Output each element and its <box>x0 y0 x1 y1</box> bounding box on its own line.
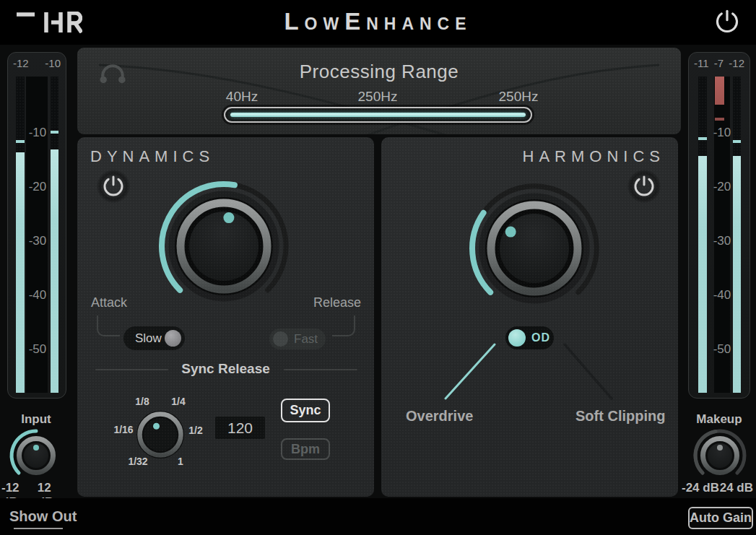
input-meter-bar-right <box>51 77 58 393</box>
output-meter-bar-right <box>733 77 741 393</box>
makeup-knob-range: -24 dB 24 dB <box>682 481 753 495</box>
show-out-link[interactable]: Show Out <box>9 508 77 525</box>
knob-indicator-dot <box>153 423 160 430</box>
meter-peak-tick <box>733 140 741 143</box>
knob-indicator-dot <box>717 445 723 451</box>
peak-readout: -10 <box>45 57 61 69</box>
master-power-button[interactable] <box>714 9 740 35</box>
release-bracket <box>332 316 355 336</box>
scale-label: -40 <box>713 288 731 303</box>
meter-fill <box>51 149 58 393</box>
peak-readout: -12 <box>13 57 29 69</box>
input-meter-scale: -10-20-30-40-50 <box>24 126 51 357</box>
scale-label: -50 <box>713 342 731 357</box>
toggle-thumb <box>273 331 288 347</box>
dynamics-title: DYNAMICS <box>90 147 214 166</box>
gain-reduction-peak-tick <box>715 118 724 121</box>
scale-label: -30 <box>29 234 47 248</box>
range-min-label: -24 dB <box>682 481 719 495</box>
plugin-window: LowEnhance -12-10 -10-20-30-40-50 Input … <box>0 0 756 535</box>
harmonics-power-button[interactable] <box>627 170 661 203</box>
attack-speed-toggle[interactable]: Slow <box>123 326 185 350</box>
meter-peak-tick <box>51 131 58 134</box>
divider-line <box>95 369 168 370</box>
footer-bar: Show Out Auto Gain <box>0 498 756 535</box>
toggle-thumb <box>165 330 181 347</box>
output-meter-scale: -10-20-30-40-50 <box>709 126 735 357</box>
dynamics-amount-knob[interactable] <box>152 174 296 318</box>
plugin-title: LowEnhance <box>0 8 756 35</box>
release-toggle-label: Fast <box>294 332 318 347</box>
auto-gain-button[interactable]: Auto Gain <box>688 507 753 529</box>
knob-indicator-dot <box>33 445 39 451</box>
dynamics-power-button[interactable] <box>97 170 130 203</box>
range-slider-fill <box>230 113 526 117</box>
output-meter: -11-7-12 -10-20-30-40-50 <box>688 52 750 399</box>
scale-label: -10 <box>713 126 731 140</box>
sync-division-knob[interactable] <box>128 402 193 467</box>
harmonics-amount-knob[interactable] <box>462 176 607 321</box>
harmonics-panel: HARMONICS OD Overdrive <box>381 137 678 497</box>
title-bar: LowEnhance <box>0 0 756 45</box>
meter-fill <box>698 156 707 393</box>
output-meter-bar-left <box>698 77 707 393</box>
dynamics-panel: DYNAMICS Attack Release Slow <box>77 137 374 497</box>
overdrive-label: Overdrive <box>406 408 473 425</box>
od-toggle-label: OD <box>531 331 550 344</box>
output-peak-readouts: -11-7-12 <box>689 57 750 69</box>
power-icon <box>633 175 656 198</box>
bpm-value-field[interactable]: 120 <box>215 417 265 439</box>
peak-readout: -7 <box>713 57 724 69</box>
processing-range-panel: Processing Range 40Hz 250Hz 250Hz <box>77 48 681 134</box>
freq-label-mid: 250Hz <box>347 89 408 105</box>
meter-peak-tick <box>698 137 707 140</box>
toggle-thumb <box>508 329 526 347</box>
makeup-gain-knob[interactable] <box>687 423 752 488</box>
scale-label: -30 <box>713 234 731 248</box>
harmonics-title: HARMONICS <box>523 147 665 166</box>
release-label: Release <box>313 295 361 310</box>
peak-readout: -12 <box>729 57 744 69</box>
range-max-label: 24 dB <box>720 481 753 495</box>
scale-label: -20 <box>713 180 731 194</box>
attack-label: Attack <box>91 295 127 310</box>
attack-toggle-label: Slow <box>135 331 162 346</box>
scale-label: -50 <box>29 342 47 357</box>
release-speed-toggle[interactable]: Fast <box>269 329 326 349</box>
show-out-underline <box>14 528 63 529</box>
scale-label: -10 <box>29 126 47 140</box>
sync-button[interactable]: Sync <box>281 399 330 422</box>
processing-range-title: Processing Range <box>77 61 681 83</box>
meter-fill <box>733 156 741 393</box>
scale-label: -20 <box>29 180 47 194</box>
knob-indicator-dot <box>505 227 516 238</box>
divider-line <box>284 369 357 370</box>
bpm-button[interactable]: Bpm <box>281 438 330 460</box>
scale-label: -40 <box>29 288 47 303</box>
processing-range-slider[interactable] <box>224 107 532 123</box>
input-gain-knob[interactable] <box>4 423 69 488</box>
input-meter: -12-10 -10-20-30-40-50 <box>7 52 66 399</box>
overdrive-mode-toggle[interactable]: OD <box>505 326 554 349</box>
input-peak-readouts: -12-10 <box>8 57 66 69</box>
power-icon <box>102 175 125 198</box>
soft-clipping-label: Soft Clipping <box>575 408 665 425</box>
freq-label-high: 250Hz <box>488 89 549 105</box>
gain-reduction-fill <box>715 77 724 105</box>
knob-indicator-dot <box>223 212 234 223</box>
attack-bracket <box>97 316 120 336</box>
peak-readout: -11 <box>694 57 709 69</box>
freq-label-low: 40Hz <box>212 89 272 105</box>
